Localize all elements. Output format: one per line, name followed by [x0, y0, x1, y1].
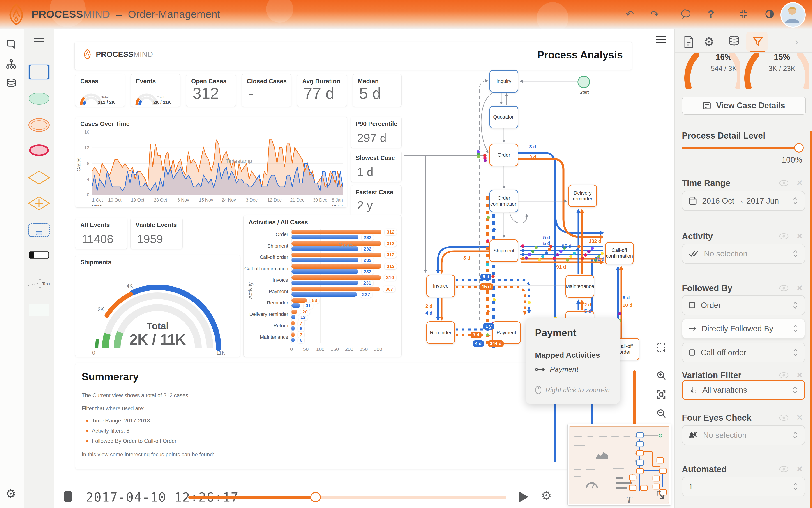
sidebar-collapse-chevron[interactable]: › — [795, 36, 799, 47]
node-calloff-confirmation[interactable]: Call-off confirmation — [605, 242, 634, 264]
node-quotation[interactable]: Quotation — [490, 106, 518, 128]
followed-by-relation-select[interactable]: Directly Followed By — [682, 319, 805, 339]
palette-menu-icon[interactable] — [33, 38, 45, 46]
clear-filter-icon[interactable]: ✕ — [797, 464, 803, 473]
clear-filter-icon[interactable]: ✕ — [797, 371, 803, 380]
cases-over-time-panel[interactable]: Cases Over Time 04812161 Oct10 Oct19 Oct… — [75, 117, 347, 208]
eye-icon[interactable] — [779, 372, 789, 379]
followed-by-first-select[interactable]: Order — [682, 295, 805, 315]
bar-blue[interactable] — [291, 281, 358, 285]
node-maintenance[interactable]: Maintenance — [566, 275, 594, 298]
help-icon[interactable]: ? — [705, 8, 717, 20]
four-eyes-select[interactable]: No selection — [682, 425, 805, 445]
all-events-card[interactable]: All Events 11406 — [75, 218, 127, 249]
bar-orange[interactable] — [291, 264, 381, 268]
tool-subprocess-shape[interactable] — [29, 223, 50, 237]
tool-gateway-shape[interactable] — [28, 171, 50, 185]
bar-orange[interactable] — [291, 253, 381, 257]
bar-blue[interactable] — [291, 338, 295, 342]
database-icon[interactable] — [5, 78, 18, 90]
stat-card-slowest[interactable]: Slowest Case 1 d — [351, 151, 402, 182]
shipments-panel[interactable]: Shipments 0 2K 4K 11K Total 2K / 11K — [75, 255, 240, 357]
contrast-icon[interactable] — [763, 8, 776, 20]
clear-filter-icon[interactable]: ✕ — [797, 178, 803, 187]
kpi-card-events[interactable]: Events Total 2K / 11K — [131, 74, 180, 107]
bar-blue[interactable] — [291, 326, 295, 331]
tab-data-icon[interactable] — [728, 35, 740, 49]
activity-select[interactable]: No selection — [682, 244, 805, 264]
sidebar-scrollbar[interactable] — [810, 131, 812, 508]
kpi-card-avg-duration[interactable]: Avg Duration 77 d — [297, 74, 347, 107]
eye-icon[interactable] — [779, 233, 789, 240]
zoom-out-icon[interactable] — [656, 408, 667, 419]
view-case-details-button[interactable]: View Case Details — [682, 96, 806, 115]
eye-icon[interactable] — [779, 414, 789, 421]
undo-icon[interactable]: ↶ — [623, 8, 636, 20]
node-shipment[interactable]: Shipment — [490, 240, 518, 262]
kpi-card-median[interactable]: Median 5 d — [353, 74, 402, 107]
clear-filter-icon[interactable]: ✕ — [797, 413, 803, 422]
fit-view-icon[interactable] — [656, 389, 667, 400]
bar-orange[interactable] — [291, 230, 381, 234]
tool-start-event-shape[interactable] — [29, 92, 49, 105]
tool-task-shape[interactable] — [29, 65, 49, 79]
kpi-card-open-cases[interactable]: Open Cases 312 — [186, 74, 236, 107]
detail-level-handle[interactable] — [794, 143, 804, 153]
activities-panel[interactable]: Activities / All Cases 05010015020025030… — [243, 215, 402, 357]
clear-filter-icon[interactable]: ✕ — [797, 231, 803, 241]
eye-icon[interactable] — [779, 180, 789, 186]
stop-button[interactable] — [64, 491, 72, 502]
bookmark-icon[interactable] — [5, 38, 18, 51]
tool-end-event-shape[interactable] — [29, 144, 49, 156]
zoom-in-icon[interactable] — [656, 370, 667, 381]
tab-settings-icon[interactable]: ⚙ — [704, 35, 714, 49]
canvas-menu-icon[interactable] — [656, 36, 666, 44]
detail-level-slider[interactable] — [682, 147, 802, 149]
playback-slider[interactable] — [188, 496, 506, 499]
automated-select[interactable]: 1 — [682, 477, 805, 497]
chat-icon[interactable] — [680, 8, 692, 20]
bar-orange[interactable] — [291, 332, 295, 337]
followed-by-second-select[interactable]: Call-off order — [682, 343, 805, 363]
tool-parallel-gateway-shape[interactable] — [28, 196, 50, 211]
time-range-select[interactable]: 2016 Oct → 2017 Jun — [682, 191, 805, 211]
tab-filter-icon[interactable] — [752, 35, 764, 48]
node-delivery-reminder[interactable]: Delivery reminder — [568, 184, 597, 207]
bar-orange[interactable] — [291, 241, 381, 246]
settings-gear-icon[interactable]: ⚙ — [5, 487, 18, 500]
bar-blue[interactable] — [291, 235, 358, 240]
kpi-card-closed-cases[interactable]: Closed Cases - — [241, 74, 291, 107]
bar-blue[interactable] — [291, 269, 358, 274]
node-inquiry[interactable]: Inquiry — [490, 70, 518, 92]
bar-orange[interactable] — [291, 298, 307, 303]
node-invoice[interactable]: Invoice — [426, 274, 455, 297]
node-reminder[interactable]: Reminder — [426, 322, 455, 344]
bar-orange[interactable] — [291, 287, 380, 291]
bar-blue[interactable] — [291, 315, 295, 319]
collapse-icon[interactable] — [737, 8, 750, 20]
stat-card-p90[interactable]: P90 Percentile 297 d — [351, 117, 402, 148]
start-event-node[interactable] — [577, 75, 590, 89]
bar-blue[interactable] — [291, 258, 358, 262]
avatar[interactable] — [780, 2, 806, 28]
node-order[interactable]: Order — [490, 144, 518, 166]
tool-intermediate-event-shape[interactable] — [29, 118, 50, 132]
eye-icon[interactable] — [779, 466, 789, 473]
minimap[interactable]: T — [568, 424, 671, 506]
marquee-select-icon[interactable] — [656, 342, 667, 353]
kpi-card-cases[interactable]: Cases Total 312 / 2K — [75, 74, 125, 107]
redo-icon[interactable]: ↷ — [648, 8, 661, 20]
node-order-confirmation[interactable]: Order confirmation — [490, 190, 518, 212]
expand-icon[interactable] — [656, 490, 665, 500]
tool-lane-shape[interactable] — [29, 251, 49, 259]
bar-blue[interactable] — [291, 292, 357, 297]
tool-group-shape[interactable] — [29, 304, 49, 316]
eye-icon[interactable] — [779, 285, 789, 292]
bar-orange[interactable] — [291, 275, 381, 280]
tab-report-icon[interactable] — [683, 35, 694, 49]
bar-blue[interactable] — [291, 303, 301, 308]
visible-events-card[interactable]: Visible Events 1959 — [130, 218, 183, 249]
stat-card-fastest[interactable]: Fastest Case 2 y — [351, 185, 402, 215]
playback-handle[interactable] — [310, 492, 321, 502]
bar-orange[interactable] — [291, 310, 297, 314]
